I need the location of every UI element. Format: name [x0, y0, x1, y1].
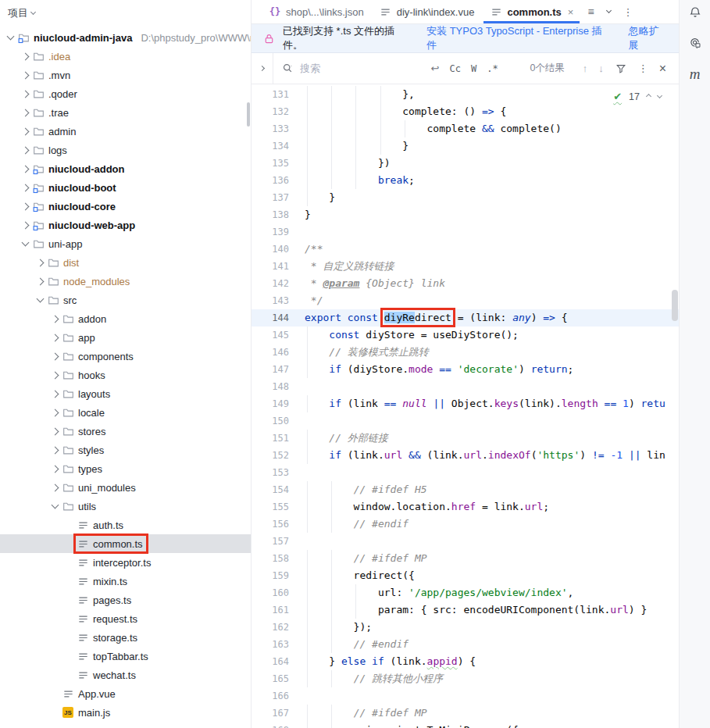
chevron-right-icon[interactable]: [52, 315, 59, 323]
chevron-right-icon[interactable]: [22, 202, 30, 210]
chevron-up-icon[interactable]: [646, 94, 651, 99]
tree-item-niucloud-web-app[interactable]: niucloud-web-app: [0, 216, 251, 234]
tree-item-niucloud-addon[interactable]: niucloud-addon: [0, 159, 251, 178]
tree-item-hooks[interactable]: hooks: [0, 366, 251, 384]
tree-item-pages.ts[interactable]: pages.ts: [0, 591, 251, 609]
tree-item-app.vue[interactable]: App.vue: [0, 684, 251, 703]
tree-item-auth.ts[interactable]: auth.ts: [0, 516, 251, 534]
install-plugin-link[interactable]: 安装 TYPO3 TypoScript - Enterprise 插件: [426, 24, 606, 52]
tree-item-niucloud-core[interactable]: niucloud-core: [0, 197, 251, 216]
tree-item-logs[interactable]: logs: [0, 141, 251, 159]
tree-item-locale[interactable]: locale: [0, 403, 251, 422]
chevron-down-icon[interactable]: [37, 295, 45, 303]
tree-item-components[interactable]: components: [0, 347, 251, 366]
tree-item-app[interactable]: app: [0, 328, 251, 347]
search-field[interactable]: ↩ Cc W .*: [273, 62, 517, 75]
mermaid-plugin-icon[interactable]: m: [690, 66, 701, 83]
tree-item-.idea[interactable]: .idea: [0, 47, 251, 66]
chevron-right-icon[interactable]: [52, 484, 59, 491]
chevron-right-icon[interactable]: [22, 109, 30, 116]
tree-item-common.ts[interactable]: common.ts: [0, 534, 251, 553]
notifications-bell-icon[interactable]: [689, 6, 701, 19]
chevron-right-icon[interactable]: [22, 71, 30, 79]
chevron-right-icon[interactable]: [52, 465, 59, 473]
tree-item-label: request.ts: [93, 613, 137, 625]
tree-item-.qoder[interactable]: .qoder: [0, 84, 251, 103]
ignore-extension-link[interactable]: 忽略扩展: [629, 24, 668, 52]
tree-item-uni-modules[interactable]: uni_modules: [0, 478, 251, 497]
project-tree-scrollbar[interactable]: [247, 102, 250, 127]
tree-item-utils[interactable]: utils: [0, 497, 251, 516]
expand-find-icon[interactable]: [252, 53, 273, 84]
chevron-right-icon[interactable]: [37, 277, 45, 285]
tab-diy-link-index.vue[interactable]: diy-link\index.vue: [372, 0, 483, 23]
chevron-right-icon[interactable]: [22, 221, 30, 229]
chevron-right-icon[interactable]: [37, 259, 45, 266]
match-case-toggle[interactable]: Cc: [450, 63, 461, 74]
tree-item-niucloud-admin-java[interactable]: niucloud-admin-javaD:\phpstudy_pro\WWW\n: [0, 28, 251, 47]
chevron-right-icon[interactable]: [22, 184, 30, 191]
tree-item-node-modules[interactable]: node_modules: [0, 272, 251, 291]
close-search-icon[interactable]: ×: [659, 62, 666, 76]
tree-item-niucloud-boot[interactable]: niucloud-boot: [0, 178, 251, 197]
tree-item-storage.ts[interactable]: storage.ts: [0, 628, 251, 647]
editor-scrollbar[interactable]: [672, 290, 678, 321]
tree-item-stores[interactable]: stores: [0, 422, 251, 441]
chevron-right-icon[interactable]: [52, 446, 59, 454]
whole-words-toggle[interactable]: W: [471, 63, 476, 74]
chevron-right-icon[interactable]: [52, 390, 59, 398]
filter-icon[interactable]: [615, 62, 627, 75]
tree-item-.trae[interactable]: .trae: [0, 103, 251, 122]
tree-item-.mvn[interactable]: .mvn: [0, 66, 251, 84]
chevron-down-icon[interactable]: [22, 239, 30, 247]
regex-toggle[interactable]: .*: [487, 63, 498, 74]
previous-occurrence-icon[interactable]: ↑: [583, 62, 588, 74]
chevron-right-icon[interactable]: [22, 146, 30, 154]
ai-assistant-icon[interactable]: [689, 36, 701, 48]
tree-item-label: niucloud-addon: [48, 163, 124, 175]
tab-common.ts[interactable]: common.ts×: [482, 0, 581, 23]
tree-item-styles[interactable]: styles: [0, 441, 251, 459]
chevron-right-icon[interactable]: [52, 371, 59, 379]
chevron-right-icon[interactable]: [22, 165, 30, 173]
line-number: 146: [252, 347, 289, 358]
tree-item-wechat.ts[interactable]: wechat.ts: [0, 666, 251, 684]
chevron-right-icon[interactable]: [52, 334, 59, 341]
chevron-right-icon[interactable]: [52, 409, 59, 416]
chevron-right-icon[interactable]: [52, 427, 59, 435]
tree-item-request.ts[interactable]: request.ts: [0, 609, 251, 628]
inspection-widget[interactable]: ✔ 17: [610, 89, 665, 104]
tab-shop-...-links.json[interactable]: {}shop\...\links.json: [261, 0, 372, 23]
more-options-icon[interactable]: ⋮: [623, 6, 633, 18]
tree-item-interceptor.ts[interactable]: interceptor.ts: [0, 553, 251, 572]
tree-item-admin[interactable]: admin: [0, 122, 251, 141]
close-tab-icon[interactable]: ×: [568, 6, 574, 18]
tree-item-layouts[interactable]: layouts: [0, 384, 251, 403]
tree-item-src[interactable]: src: [0, 291, 251, 309]
next-occurrence-icon[interactable]: ↓: [598, 62, 604, 74]
search-more-icon[interactable]: ⋮: [638, 62, 648, 74]
tree-item-uni-app[interactable]: uni-app: [0, 234, 251, 253]
chevron-right-icon[interactable]: [22, 52, 30, 60]
search-input[interactable]: [300, 62, 425, 74]
tree-item-mixin.ts[interactable]: mixin.ts: [0, 572, 251, 591]
chevron-right-icon[interactable]: [52, 352, 59, 360]
chevron-right-icon[interactable]: [22, 127, 30, 135]
folder-icon: [62, 444, 74, 456]
chevron-down-icon[interactable]: [52, 501, 59, 509]
ts-file-icon: [77, 519, 89, 531]
tree-item-main.js[interactable]: JSmain.js: [0, 703, 251, 722]
tree-item-types[interactable]: types: [0, 459, 251, 478]
code-editor[interactable]: 131 },132 complete: () => {133 complete …: [252, 84, 679, 728]
tree-item-addon[interactable]: addon: [0, 309, 251, 328]
tree-item-dist[interactable]: dist: [0, 253, 251, 272]
tab-list-icon[interactable]: ≡: [587, 5, 594, 18]
tree-item-label: niucloud-boot: [48, 182, 116, 194]
project-panel-header[interactable]: 项目: [0, 0, 251, 27]
chevron-down-icon[interactable]: [7, 33, 15, 41]
chevron-down-icon[interactable]: [606, 8, 612, 13]
tree-item-toptabbar.ts[interactable]: topTabbar.ts: [0, 647, 251, 666]
newline-icon[interactable]: ↩: [431, 62, 440, 74]
chevron-right-icon[interactable]: [22, 90, 30, 98]
chevron-down-icon[interactable]: [657, 92, 662, 98]
